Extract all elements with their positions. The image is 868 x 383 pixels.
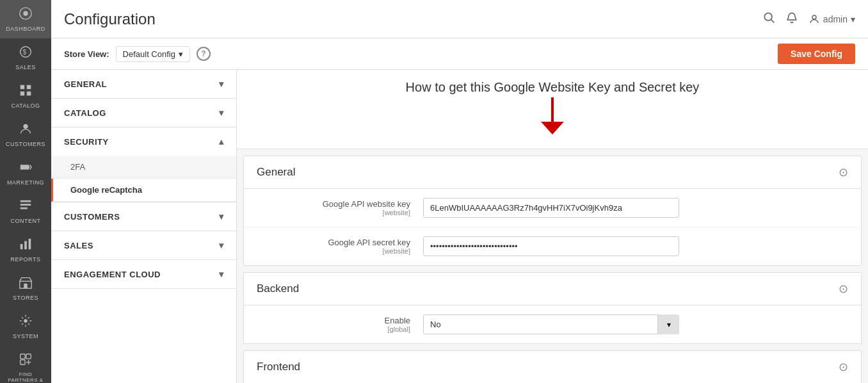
sidebar-item-system-label: SYSTEM — [13, 333, 38, 339]
store-view-left: Store View: Default Config ▾ ? — [64, 46, 211, 62]
store-view-value: Default Config — [123, 49, 175, 59]
nav-section-sales-header[interactable]: SALES ▾ — [51, 231, 236, 259]
svg-line-10 — [29, 167, 31, 170]
sales-icon: $ — [19, 45, 33, 62]
svg-text:$: $ — [22, 49, 26, 56]
sidebar-item-stores-label: STORES — [13, 295, 38, 301]
search-icon[interactable] — [762, 11, 775, 27]
store-view-select[interactable]: Default Config ▾ — [116, 46, 190, 62]
nav-section-catalog: CATALOG ▾ — [51, 99, 236, 127]
svg-point-1 — [23, 11, 28, 15]
config-section-frontend: Frontend ⊙ Enable [website] No Yes — [243, 350, 862, 383]
backend-enable-select[interactable]: No Yes — [423, 314, 679, 334]
customers-icon — [19, 122, 33, 139]
sidebar-item-extensions[interactable]: FIND PARTNERS & EXTENSIONS — [0, 346, 51, 383]
nav-section-security-chevron: ▴ — [219, 136, 224, 147]
svg-rect-4 — [20, 85, 24, 89]
sidebar-item-sales[interactable]: $ SALES — [0, 38, 51, 77]
sidebar-item-catalog[interactable]: CATALOG — [0, 77, 51, 115]
nav-sub-item-google-recaptcha[interactable]: Google reCaptcha — [51, 179, 236, 202]
svg-line-24 — [771, 20, 775, 23]
sidebar-item-content-label: CONTENT — [11, 218, 41, 224]
config-section-backend-header: Backend ⊙ — [244, 273, 861, 306]
sidebar-item-customers[interactable]: CUSTOMERS — [0, 115, 51, 154]
banner-text: How to get this Google Website Key and S… — [406, 80, 700, 95]
header-actions: admin ▾ — [762, 11, 855, 27]
config-section-backend-title: Backend — [257, 282, 299, 295]
nav-section-sales: SALES ▾ — [51, 231, 236, 260]
api-secret-key-label: Google API secret key [website] — [257, 238, 423, 255]
api-secret-key-input[interactable] — [423, 236, 679, 256]
svg-rect-14 — [20, 244, 23, 249]
nav-sub-item-2fa[interactable]: 2FA — [51, 156, 236, 179]
nav-section-general-header[interactable]: GENERAL ▾ — [51, 70, 236, 98]
nav-section-engagement-label: ENGAGEMENT CLOUD — [64, 270, 161, 279]
down-arrow-icon — [540, 97, 565, 136]
config-section-frontend-header: Frontend ⊙ — [244, 351, 861, 383]
sidebar-item-content[interactable]: CONTENT — [0, 192, 51, 231]
svg-rect-22 — [20, 360, 25, 364]
save-config-button[interactable]: Save Config — [778, 44, 855, 64]
svg-rect-5 — [27, 85, 31, 89]
sidebar-item-marketing[interactable]: MARKETING — [0, 154, 51, 192]
notifications-icon[interactable] — [785, 11, 798, 27]
store-view-label: Store View: — [64, 49, 109, 59]
svg-point-23 — [764, 13, 772, 20]
marketing-icon — [19, 160, 33, 177]
sidebar-item-system[interactable]: SYSTEM — [0, 307, 51, 346]
backend-collapse-button[interactable]: ⊙ — [839, 282, 848, 296]
sidebar-item-stores[interactable]: STORES — [0, 269, 51, 307]
nav-section-engagement: ENGAGEMENT CLOUD ▾ — [51, 260, 236, 289]
svg-rect-21 — [26, 354, 31, 359]
nav-section-customers: CUSTOMERS ▾ — [51, 202, 236, 231]
frontend-collapse-button[interactable]: ⊙ — [839, 360, 848, 374]
nav-section-security-content: 2FA Google reCaptcha — [51, 156, 236, 202]
store-view-chevron-icon: ▾ — [179, 49, 183, 59]
svg-rect-12 — [20, 204, 31, 206]
admin-user-button[interactable]: admin ▾ — [808, 13, 855, 25]
svg-line-9 — [29, 165, 31, 167]
content-area: Store View: Default Config ▾ ? Save Conf… — [51, 38, 868, 383]
api-website-key-label: Google API website key [website] — [257, 199, 423, 216]
sidebar-item-reports[interactable]: REPORTS — [0, 231, 51, 269]
config-row-backend-enable: Enable [global] No Yes ▾ — [244, 306, 861, 343]
config-section-general-title: General — [257, 166, 295, 179]
nav-section-security-header[interactable]: SECURITY ▴ — [51, 127, 236, 156]
help-icon[interactable]: ? — [197, 47, 211, 61]
api-website-key-input[interactable] — [423, 198, 679, 218]
svg-rect-15 — [24, 241, 27, 249]
nav-section-engagement-chevron: ▾ — [219, 269, 224, 279]
svg-rect-18 — [24, 284, 28, 288]
nav-section-catalog-label: CATALOG — [64, 108, 106, 118]
nav-section-security: SECURITY ▴ 2FA Google reCaptcha — [51, 127, 236, 202]
sidebar-item-dashboard-label: DASHBOARD — [6, 26, 45, 32]
page-title: Configuration — [64, 10, 156, 28]
admin-dropdown-icon: ▾ — [851, 14, 855, 24]
backend-enable-select-wrap: No Yes ▾ — [423, 314, 679, 334]
svg-rect-20 — [20, 354, 25, 359]
system-icon — [19, 314, 33, 331]
svg-rect-11 — [20, 200, 31, 202]
nav-section-catalog-header[interactable]: CATALOG ▾ — [51, 99, 236, 127]
backend-enable-label: Enable [global] — [257, 316, 423, 333]
sidebar-item-extensions-label: FIND PARTNERS & EXTENSIONS — [3, 371, 48, 383]
svg-point-25 — [812, 15, 816, 19]
nav-section-general-chevron: ▾ — [219, 79, 224, 89]
extensions-icon — [19, 352, 33, 370]
nav-section-customers-header[interactable]: CUSTOMERS ▾ — [51, 202, 236, 231]
nav-section-sales-chevron: ▾ — [219, 240, 224, 250]
nav-section-catalog-chevron: ▾ — [219, 108, 224, 118]
main-area: Configuration admin ▾ Store View: Defaul… — [51, 0, 868, 383]
nav-section-engagement-header[interactable]: ENGAGEMENT CLOUD ▾ — [51, 260, 236, 288]
sidebar-item-catalog-label: CATALOG — [11, 102, 40, 109]
sidebar-item-marketing-label: MARKETING — [7, 179, 44, 186]
general-collapse-button[interactable]: ⊙ — [839, 165, 848, 179]
config-section-general-header: General ⊙ — [244, 156, 861, 189]
svg-point-19 — [24, 319, 28, 323]
stores-icon — [19, 275, 33, 293]
config-section-general: General ⊙ Google API website key [websit… — [243, 156, 862, 266]
dashboard-icon — [19, 6, 33, 24]
sidebar-item-reports-label: REPORTS — [11, 256, 41, 263]
sidebar-item-dashboard[interactable]: DASHBOARD — [0, 0, 51, 38]
svg-rect-7 — [27, 92, 31, 95]
